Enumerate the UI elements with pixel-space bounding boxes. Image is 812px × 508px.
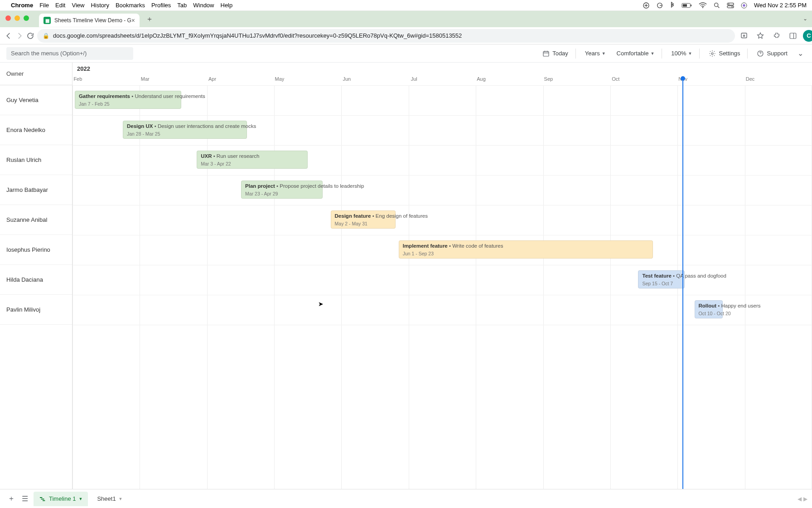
month-label: Jun [343,76,351,82]
google-menulet-icon[interactable] [656,2,663,9]
task-desc: • Eng design of features [371,213,428,219]
timeline-task[interactable]: Gather requirements • Understand user re… [75,91,181,109]
gridline [72,85,73,489]
back-button[interactable] [5,29,13,42]
search-menus-input[interactable]: Search the menus (Option+/) [6,47,133,60]
gridline [341,85,342,489]
task-title: UXR [201,153,212,159]
browser-tab[interactable]: ▦ Sheets Timeline View Demo - G × [39,14,140,27]
expand-tabs-icon[interactable]: ⌄ [803,15,807,22]
extensions-icon[interactable] [770,29,783,42]
side-panel-icon[interactable] [787,29,799,42]
new-tab-button[interactable]: ＋ [144,14,155,24]
task-dates: Mar 23 - Apr 29 [245,190,319,197]
sheet-tab-timeline[interactable]: Timeline 1 ▼ [34,492,88,506]
row-divider [72,85,812,86]
scroll-sheets-left-icon[interactable]: ◀ [798,496,802,502]
add-sheet-button[interactable]: ＋ [5,492,18,506]
task-desc: • Happy end users [716,303,760,308]
battery-icon[interactable] [682,3,692,8]
month-label: Mar [141,76,150,82]
month-label: Aug [477,76,486,82]
timeline-task[interactable]: Rollout • Happy end usersOct 10 - Oct 20 [695,300,723,318]
gridline [409,85,409,489]
sheet-tab-sheet1[interactable]: Sheet1 ▼ [92,492,128,506]
timeline-task[interactable]: Design feature • Eng design of featuresM… [331,210,396,229]
menu-profiles[interactable]: Profiles [151,2,171,9]
row-divider [72,205,812,205]
scroll-sheets-right-icon[interactable]: ▶ [803,496,807,502]
install-app-icon[interactable] [738,29,750,42]
density-dropdown[interactable]: Comfortable▼ [612,47,659,60]
svg-point-12 [743,4,745,6]
gridline [207,85,208,489]
timeline-task[interactable]: Plan project • Propose project details t… [241,181,323,199]
menu-help[interactable]: Help [221,2,233,9]
menu-tab[interactable]: Tab [177,2,187,9]
owner-row: Ruslan Ulrich [0,145,72,175]
menu-edit[interactable]: Edit [55,2,65,9]
task-title: Design feature [335,213,371,219]
menu-bookmarks[interactable]: Bookmarks [116,2,145,9]
browser-tabstrip: ▦ Sheets Timeline View Demo - G × ＋ ⌄ [0,11,812,27]
today-button[interactable]: Today [538,47,573,60]
fullscreen-window-button[interactable] [24,15,29,21]
timeline-task[interactable]: Design UX • Design user interactions and… [123,121,247,139]
all-sheets-button[interactable]: ☰ [18,492,32,506]
chevron-down-icon[interactable]: ▼ [119,497,123,501]
timeline-icon [39,495,46,503]
menu-view[interactable]: View [72,2,84,9]
settings-button[interactable]: Settings [704,47,744,60]
task-title: Design UX [127,123,153,129]
address-bar[interactable]: 🔒 docs.google.com/spreadsheets/d/1eIpOzJ… [37,29,735,43]
timeline-task[interactable]: UXR • Run user researchMar 3 - Apr 22 [197,151,308,169]
svg-point-9 [728,3,729,4]
svg-rect-19 [41,498,44,499]
siri-icon[interactable] [740,2,748,9]
svg-rect-15 [543,51,549,56]
owner-row: Enora Nedelko [0,115,72,145]
task-desc: • QA pass and dogfood [672,273,726,278]
lock-icon[interactable]: 🔒 [43,33,49,39]
profile-avatar[interactable]: C [803,30,812,42]
control-center-icon[interactable] [727,2,734,9]
gridline [140,85,140,489]
bookmark-star-icon[interactable] [754,29,767,42]
forward-button[interactable] [15,29,24,42]
support-button[interactable]: Support [752,47,792,60]
toolbar-divider [575,49,576,59]
menubar-clock[interactable]: Wed Nov 2 2:55 PM [754,2,807,9]
search-placeholder: Search the menus (Option+/) [11,50,87,57]
minimize-window-button[interactable] [14,15,20,21]
app-name[interactable]: Chrome [11,2,33,9]
menu-window[interactable]: Window [193,2,214,9]
gridline [543,85,544,489]
bluetooth-icon[interactable] [670,2,675,9]
svg-point-6 [715,3,718,6]
menu-file[interactable]: File [39,2,49,9]
close-window-button[interactable] [5,15,11,21]
svg-rect-14 [790,33,796,39]
owner-row: Pavlin Milivoj [0,295,72,325]
window-controls [5,15,29,21]
task-desc: • Run user research [212,153,259,159]
zoom-dropdown[interactable]: 100%▼ [667,47,696,60]
row-divider [72,145,812,146]
task-title: Implement feature [403,243,448,249]
timeline-task[interactable]: Implement feature • Write code of featur… [399,240,653,259]
timeline-grid[interactable]: 2022 FebMarAprMayJunJulAugSepOctNovDec G… [72,63,812,489]
googledrive-menulet-icon[interactable] [643,2,650,9]
expand-toolbar-icon[interactable]: ⌄ [795,48,806,59]
month-header: FebMarAprMayJunJulAugSepOctNovDec [72,76,812,85]
chevron-down-icon[interactable]: ▼ [78,497,82,501]
timeline-task[interactable]: Test feature • QA pass and dogfoodSep 15… [638,270,685,288]
timescale-dropdown[interactable]: Years▼ [580,47,610,60]
menu-history[interactable]: History [91,2,109,9]
wifi-icon[interactable] [699,2,707,9]
close-tab-icon[interactable]: × [131,17,135,24]
spotlight-icon[interactable] [713,2,720,9]
task-dates: Jan 7 - Feb 25 [79,101,177,107]
svg-rect-7 [727,3,734,5]
reload-button[interactable] [26,29,34,42]
today-indicator-icon [681,76,685,81]
